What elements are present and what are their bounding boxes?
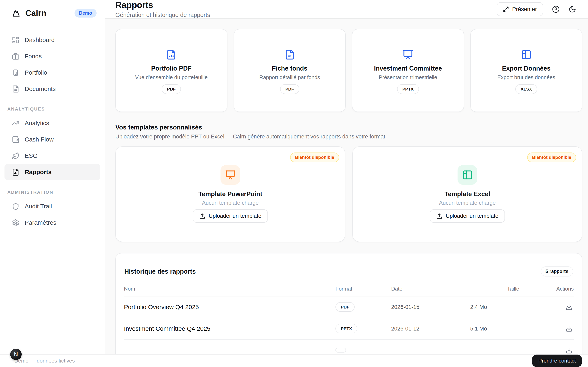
avatar[interactable]: N [10, 349, 22, 360]
file-chart-icon [166, 49, 177, 60]
main-area: Rapports Génération et historique de rap… [105, 0, 588, 367]
report-name: Investment Committee Q4 2025 [124, 325, 336, 332]
report-card-investment-committee[interactable]: Investment Committee Présentation trimes… [352, 29, 464, 112]
format-badge: PDF [336, 302, 355, 312]
templates-grid: Bientôt disponible Template PowerPoint A… [115, 146, 582, 242]
sidebar-item-portfolio[interactable]: Portfolio [4, 64, 100, 81]
presentation-icon [225, 170, 236, 180]
template-title: Template PowerPoint [199, 191, 262, 198]
sidebar: Cairn Demo Dashboard Fonds Portfolio Doc… [0, 0, 105, 367]
upload-button-label: Uploader un template [209, 213, 261, 219]
report-date: 2026-01-12 [391, 325, 470, 332]
table-icon [462, 170, 473, 180]
file-text-icon [285, 49, 295, 60]
column-header-date: Date [391, 286, 470, 292]
format-badge [336, 348, 346, 352]
sidebar-item-cash-flow[interactable]: Cash Flow [4, 131, 100, 148]
excel-tile [458, 165, 477, 185]
coming-soon-badge: Bientôt disponible [290, 152, 339, 162]
expand-arrows-icon [503, 6, 509, 12]
coming-soon-badge: Bientôt disponible [527, 152, 576, 162]
dashboard-icon [12, 36, 19, 44]
contact-button[interactable]: Prendre contact [532, 355, 582, 367]
sidebar-item-label: Portfolio [25, 69, 47, 76]
shield-icon [12, 203, 19, 210]
sidebar-item-dashboard[interactable]: Dashboard [4, 32, 100, 48]
demo-badge: Demo [75, 9, 96, 17]
sidebar-item-label: Audit Trail [25, 203, 52, 210]
report-card-title: Portfolio PDF [151, 65, 191, 72]
sidebar-item-label: Analytics [25, 120, 49, 127]
sidebar-item-rapports[interactable]: Rapports [4, 164, 100, 180]
download-button[interactable] [564, 324, 574, 333]
report-card-description: Vue d'ensemble du portefeuille [135, 74, 208, 81]
history-title: Historique des rapports [124, 268, 196, 275]
help-circle-icon [552, 6, 560, 13]
report-card-title: Investment Committee [374, 65, 442, 72]
present-button[interactable]: Présenter [497, 2, 543, 16]
briefcase-icon [12, 53, 19, 60]
report-name: Portfolio Overview Q4 2025 [124, 304, 336, 310]
sidebar-item-analytics[interactable]: Analytics [4, 115, 100, 131]
report-card-title: Fiche fonds [272, 65, 307, 72]
sidebar-item-audit-trail[interactable]: Audit Trail [4, 198, 100, 215]
template-title: Template Excel [444, 191, 490, 198]
column-header-format: Format [336, 286, 391, 292]
page-title: Rapports [115, 0, 210, 10]
sidebar-section-administration: ADMINISTRATION [7, 190, 97, 195]
page-subtitle: Génération et historique de rapports [115, 12, 210, 18]
sidebar-section-analytics: ANALYTIQUES [7, 106, 97, 112]
column-header-nom: Nom [124, 286, 336, 292]
report-card-portfolio-pdf[interactable]: Portfolio PDF Vue d'ensemble du portefeu… [115, 29, 227, 112]
table-header-row: Nom Format Date Taille Actions [124, 281, 574, 296]
report-card-description: Présentation trimestrielle [379, 74, 437, 81]
gear-icon [12, 219, 19, 226]
table-row: Portfolio Overview Q4 2025 PDF 2026-01-1… [124, 296, 574, 318]
content: Portfolio PDF Vue d'ensemble du portefeu… [105, 19, 588, 367]
report-card-fiche-fonds[interactable]: Fiche fonds Rapport détaillé par fonds P… [234, 29, 346, 112]
format-badge: PDF [162, 84, 181, 94]
templates-section-subtitle: Uploadez votre propre modèle PPT ou Exce… [115, 133, 582, 140]
help-button[interactable] [552, 6, 560, 13]
file-chart-icon [12, 168, 19, 176]
sidebar-item-label: Cash Flow [25, 136, 54, 143]
report-card-export-donnees[interactable]: Export Données Export brut des données X… [470, 29, 582, 112]
quick-report-grid: Portfolio PDF Vue d'ensemble du portefeu… [115, 29, 582, 112]
wallet-icon [12, 136, 19, 143]
sidebar-item-esg[interactable]: ESG [4, 148, 100, 164]
report-date: 2026-01-15 [391, 304, 470, 310]
trending-up-icon [12, 119, 19, 127]
template-card-powerpoint: Bientôt disponible Template PowerPoint A… [115, 146, 345, 242]
table-row: Investment Committee Q4 2025 PPTX 2026-0… [124, 318, 574, 340]
powerpoint-tile [221, 165, 240, 185]
presentation-icon [403, 49, 413, 60]
sidebar-item-fonds[interactable]: Fonds [4, 48, 100, 64]
download-button[interactable] [564, 302, 574, 312]
upload-template-button[interactable]: Uploader un template [430, 209, 505, 223]
upload-icon [199, 213, 205, 219]
report-card-description: Rapport détaillé par fonds [259, 74, 320, 81]
format-badge: PPTX [336, 324, 357, 333]
table-icon [521, 49, 532, 60]
template-status: Aucun template chargé [202, 200, 259, 206]
upload-template-button[interactable]: Uploader un template [193, 209, 268, 223]
download-button[interactable] [564, 346, 574, 355]
report-card-title: Export Données [502, 65, 551, 72]
dark-mode-toggle[interactable] [569, 6, 576, 13]
footer-bar: N Démo — données fictives Prendre contac… [0, 354, 588, 367]
format-badge: XLSX [515, 84, 537, 94]
upload-icon [436, 213, 442, 219]
report-size: 2.4 Mo [470, 304, 519, 310]
file-text-icon [12, 85, 19, 93]
sidebar-item-label: Dashboard [25, 36, 55, 43]
template-status: Aucun template chargé [439, 200, 496, 206]
sidebar-item-label: Documents [25, 85, 56, 92]
report-count-badge: 5 rapports [541, 267, 573, 276]
sidebar-item-documents[interactable]: Documents [4, 81, 100, 97]
report-size: 5.1 Mo [470, 325, 519, 332]
template-card-excel: Bientôt disponible Template Excel Aucun … [352, 146, 582, 242]
download-icon [566, 347, 572, 354]
mountain-logo-icon [11, 8, 21, 18]
demo-note: Démo — données fictives [14, 358, 75, 364]
sidebar-item-parametres[interactable]: Paramètres [4, 215, 100, 231]
